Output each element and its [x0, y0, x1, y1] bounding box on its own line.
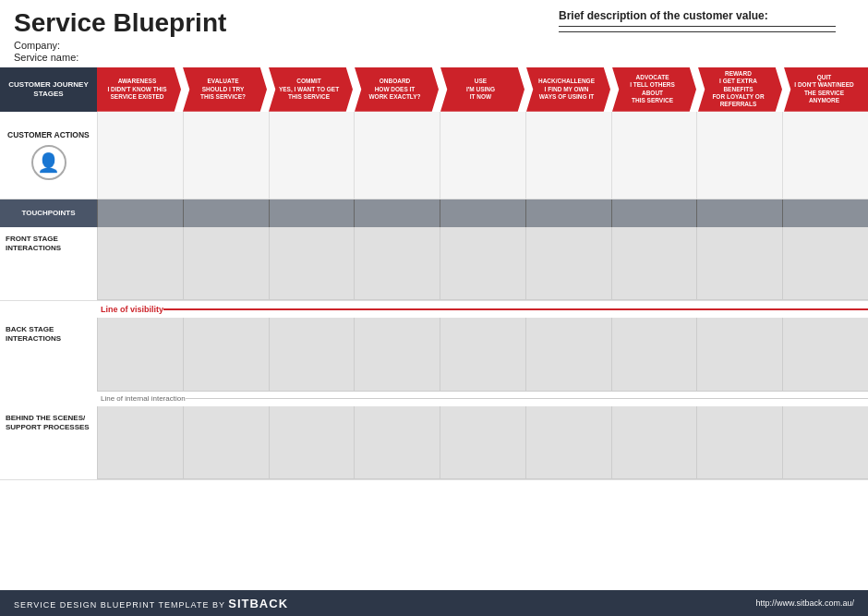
footer-brand: sitback [228, 597, 288, 610]
customer-col-6 [525, 112, 611, 199]
behind-cells [97, 406, 868, 479]
stage-hack: HACK/CHALLENGEI find my ownways of using… [526, 67, 610, 112]
visibility-line-row: Line of visibility [0, 301, 868, 318]
customer-col-7 [611, 112, 697, 199]
bh-cell-8 [696, 406, 782, 479]
brief-line-2 [559, 31, 836, 32]
avatar: 👤 [31, 145, 66, 180]
internal-label: Line of internal interaction [97, 394, 186, 403]
front-stage-label: FRONT STAGEINTERACTIONS [6, 235, 61, 254]
tp-cell-3 [269, 199, 355, 227]
front-stage-cells [97, 227, 868, 300]
customer-actions-label: Customer actions [7, 130, 90, 139]
bh-cell-3 [269, 406, 355, 479]
journey-label: CUSTOMER JOURNEYSTAGES [0, 67, 97, 112]
fs-cell-5 [440, 227, 525, 300]
fs-cell-6 [525, 227, 611, 300]
stage-commit: COMMITYes, I want to getthis service [269, 67, 353, 112]
stage-evaluate: EVALUATEShould I trythis service? [183, 67, 267, 112]
brief-label: Brief description of the customer value: [559, 9, 854, 22]
fs-cell-2 [183, 227, 269, 300]
behind-label-cell: BEHIND THE SCENES/SUPPORT PROCESSES [0, 406, 97, 479]
customer-label-cell: Customer actions 👤 [0, 112, 97, 199]
bh-cell-1 [97, 406, 183, 479]
touchpoints-row: TOUCHPOINTS [0, 199, 868, 227]
customer-col-4 [354, 112, 440, 199]
back-stage-label-cell: BACK STAGEINTERACTIONS [0, 318, 97, 392]
bs-cell-5 [440, 318, 525, 392]
front-stage-row: FRONT STAGEINTERACTIONS [0, 227, 868, 301]
fs-cell-7 [611, 227, 697, 300]
bs-cell-4 [354, 318, 440, 392]
bh-cell-7 [611, 406, 697, 479]
behind-label: BEHIND THE SCENES/SUPPORT PROCESSES [6, 414, 90, 433]
bh-cell-2 [183, 406, 269, 479]
customer-col-3 [269, 112, 355, 199]
touchpoints-cells [97, 199, 868, 227]
bs-cell-2 [183, 318, 269, 392]
back-stage-label: BACK STAGEINTERACTIONS [6, 325, 61, 344]
footer-left: SERVICE DESIGN BLUEPRINT TEMPLATE BY sit… [14, 597, 288, 610]
tp-cell-2 [183, 199, 269, 227]
customer-col-2 [183, 112, 269, 199]
tp-cell-8 [696, 199, 782, 227]
tp-cell-1 [97, 199, 183, 227]
footer-right: http://www.sitback.com.au/ [755, 598, 854, 608]
bs-cell-7 [611, 318, 697, 392]
service-label: Service name: [14, 52, 226, 63]
front-stage-label-cell: FRONT STAGEINTERACTIONS [0, 227, 97, 300]
header-right: Brief description of the customer value: [559, 9, 854, 37]
tp-cell-5 [440, 199, 525, 227]
bh-cell-6 [525, 406, 611, 479]
touchpoints-label: TOUCHPOINTS [0, 199, 97, 227]
internal-line-row: Line of internal interaction [0, 392, 868, 406]
bh-cell-4 [354, 406, 440, 479]
tp-cell-6 [525, 199, 611, 227]
fs-cell-1 [97, 227, 183, 300]
back-stage-cells [97, 318, 868, 392]
brief-line-1 [559, 26, 836, 27]
customer-col-5 [440, 112, 525, 199]
bs-cell-8 [696, 318, 782, 392]
journey-label-text: CUSTOMER JOURNEYSTAGES [8, 80, 89, 98]
bh-cell-9 [782, 406, 868, 479]
touchpoints-text: TOUCHPOINTS [21, 209, 75, 217]
footer: SERVICE DESIGN BLUEPRINT TEMPLATE BY sit… [0, 590, 868, 616]
header-meta: Company: Service name: [14, 40, 226, 63]
visibility-label: Line of visibility [97, 305, 163, 314]
customer-col-8 [696, 112, 782, 199]
fs-cell-9 [782, 227, 868, 300]
customer-col-1 [97, 112, 183, 199]
stage-reward: REWARDI get extra benefitsfor loyalty or… [698, 67, 782, 112]
bs-cell-6 [525, 318, 611, 392]
company-label: Company: [14, 40, 226, 51]
bs-cell-9 [782, 318, 868, 392]
back-stage-row: BACK STAGEINTERACTIONS [0, 318, 868, 392]
stage-advocate: ADVOCATEI tell others aboutthis service [612, 67, 696, 112]
stage-quit: QUITI don't want/needthe service anymore [784, 67, 868, 112]
tp-cell-9 [782, 199, 868, 227]
page-title: Service Blueprint [14, 9, 226, 38]
visibility-line [163, 308, 868, 310]
customer-actions-row: Customer actions 👤 [0, 112, 868, 199]
stage-use: USEI'm usingit now [440, 67, 524, 112]
stage-onboard: ONBOARDHow does itwork exactly? [355, 67, 439, 112]
bs-cell-3 [269, 318, 355, 392]
journey-row: CUSTOMER JOURNEYSTAGES AWARENESSI didn't… [0, 67, 868, 112]
footer-left-text: SERVICE DESIGN BLUEPRINT TEMPLATE BY [14, 600, 225, 610]
behind-scenes-row: BEHIND THE SCENES/SUPPORT PROCESSES [0, 406, 868, 480]
customer-col-9 [782, 112, 868, 199]
page: Service Blueprint Company: Service name:… [0, 0, 868, 616]
tp-cell-7 [611, 199, 697, 227]
journey-stages: AWARENESSI didn't know thisservice exist… [97, 67, 868, 112]
fs-cell-3 [269, 227, 355, 300]
bh-cell-5 [440, 406, 525, 479]
tp-cell-4 [354, 199, 440, 227]
internal-line [186, 398, 868, 399]
customer-cells [97, 112, 868, 199]
person-icon: 👤 [37, 151, 60, 174]
bs-cell-1 [97, 318, 183, 392]
header-left: Service Blueprint Company: Service name: [14, 9, 226, 63]
fs-cell-4 [354, 227, 440, 300]
stage-awareness: AWARENESSI didn't know thisservice exist… [97, 67, 181, 112]
